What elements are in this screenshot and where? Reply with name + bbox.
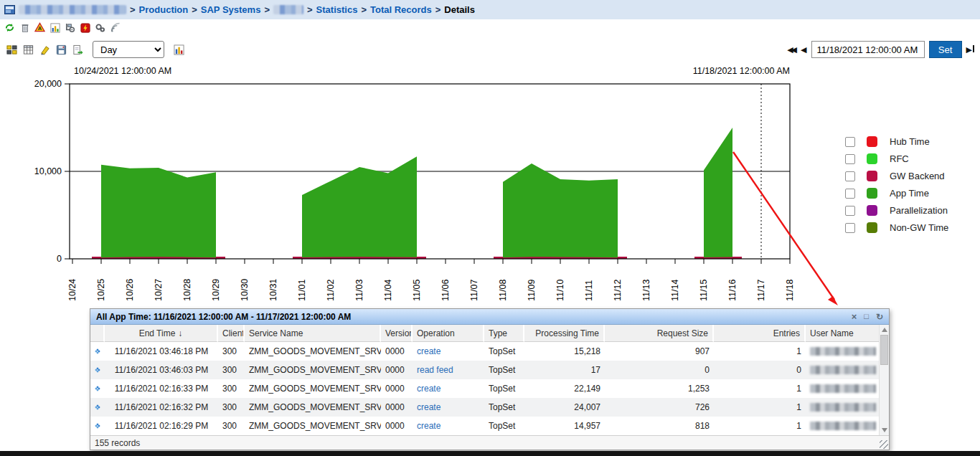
breadcrumb-item-total-records[interactable]: Total Records: [370, 4, 432, 15]
svg-text:10/26: 10/26: [125, 279, 135, 301]
main-toolbar: A: [0, 19, 980, 36]
entries-cell: 1: [714, 417, 806, 435]
col-version[interactable]: Version: [381, 325, 413, 342]
first-page-icon[interactable]: ◀◀: [787, 46, 795, 54]
service-name-cell: ZMM_GOODS_MOVEMENT_SRV: [245, 417, 381, 435]
table-row[interactable]: 11/16/2021 02:16:32 PM 300 ZMM_GOODS_MOV…: [90, 398, 880, 417]
set-button[interactable]: Set: [929, 41, 962, 58]
svg-text:11/01: 11/01: [297, 280, 307, 301]
scroll-up-icon[interactable]: [882, 328, 887, 332]
service-name-cell: ZMM_GOODS_MOVEMENT_SRV: [245, 361, 381, 379]
marker-icon[interactable]: [39, 44, 51, 56]
service-name-cell: ZMM_GOODS_MOVEMENT_SRV: [245, 398, 381, 417]
energy-icon[interactable]: [79, 22, 91, 34]
popup-title-bar[interactable]: All App Time: 11/16/2021 12:00:00 AM - 1…: [90, 309, 889, 325]
save-icon[interactable]: [55, 44, 67, 56]
table-row[interactable]: 11/16/2021 02:16:29 PM 300 ZMM_GOODS_MOV…: [90, 417, 880, 435]
version-cell: 0000: [381, 342, 413, 361]
user-name-redacted: [810, 366, 876, 374]
refresh-icon[interactable]: [4, 22, 16, 34]
legend-label: Parallelization: [890, 205, 948, 216]
breadcrumb-item-statistics[interactable]: Statistics: [316, 4, 358, 15]
operation-link[interactable]: read feed: [417, 365, 453, 375]
layout-icon[interactable]: [6, 44, 18, 56]
legend-checkbox[interactable]: [845, 171, 855, 181]
col-entries[interactable]: Entries: [714, 325, 806, 342]
col-client[interactable]: Client: [218, 325, 245, 342]
tools-icon[interactable]: [64, 22, 76, 34]
vertical-scrollbar[interactable]: [879, 325, 889, 435]
svg-text:10/29: 10/29: [211, 279, 221, 301]
export-icon[interactable]: [72, 44, 84, 56]
interval-select[interactable]: Day: [93, 41, 164, 58]
svg-text:10/24/2021 12:00:00 AM: 10/24/2021 12:00:00 AM: [74, 66, 171, 76]
client-cell: 300: [218, 361, 245, 379]
refresh-window-icon[interactable]: ↻: [876, 313, 883, 321]
chart-icon[interactable]: [49, 22, 61, 34]
col-operation[interactable]: Operation: [413, 325, 484, 342]
delete-icon[interactable]: [19, 22, 31, 34]
table-row[interactable]: 11/16/2021 02:16:33 PM 300 ZMM_GOODS_MOV…: [90, 379, 880, 398]
operation-link[interactable]: create: [417, 384, 440, 394]
col-type[interactable]: Type: [484, 325, 524, 342]
signal-icon[interactable]: [109, 22, 121, 34]
operation-link[interactable]: create: [417, 346, 440, 356]
table-header-row: End Time↓ Client Service Name Version Op…: [90, 325, 880, 342]
navigate-diamond-icon[interactable]: [95, 402, 100, 412]
col-processing-time[interactable]: Processing Time: [524, 325, 605, 342]
end-time-cell: 11/16/2021 02:16:33 PM: [105, 379, 218, 398]
table-row[interactable]: 11/16/2021 03:46:03 PM 300 ZMM_GOODS_MOV…: [90, 361, 880, 379]
close-icon[interactable]: ×: [852, 312, 857, 321]
navigate-diamond-icon[interactable]: [95, 365, 100, 375]
svg-text:11/02: 11/02: [326, 280, 336, 301]
processing-time-cell: 15,218: [524, 342, 605, 361]
legend-checkbox[interactable]: [845, 154, 855, 164]
col-end-time[interactable]: End Time↓: [105, 325, 218, 342]
maximize-icon[interactable]: □: [864, 313, 869, 320]
navigate-diamond-icon[interactable]: [95, 421, 100, 431]
end-time-cell: 11/16/2021 03:46:18 PM: [105, 342, 218, 361]
navigate-diamond-icon[interactable]: [95, 384, 100, 394]
date-input[interactable]: [811, 41, 925, 58]
resize-grip[interactable]: [880, 440, 888, 449]
col-user-name[interactable]: User Name: [806, 325, 880, 342]
gears-icon[interactable]: [94, 22, 106, 34]
operation-link[interactable]: create: [417, 421, 440, 431]
legend-color-chip: [867, 171, 877, 181]
svg-text:11/18: 11/18: [785, 280, 795, 301]
col-service-name[interactable]: Service Name: [245, 325, 381, 342]
breadcrumb-separator: >: [264, 4, 270, 15]
legend-checkbox[interactable]: [845, 223, 855, 233]
end-time-cell: 11/16/2021 02:16:29 PM: [105, 417, 218, 435]
operation-link[interactable]: create: [417, 402, 440, 412]
user-name-redacted: [810, 422, 876, 430]
col-request-size[interactable]: Request Size: [605, 325, 714, 342]
version-cell: 0000: [381, 379, 413, 398]
breadcrumb-item-production[interactable]: Production: [139, 4, 189, 15]
table-icon[interactable]: [22, 44, 34, 56]
breadcrumb-item-sap-systems[interactable]: SAP Systems: [201, 4, 261, 15]
legend-checkbox[interactable]: [845, 206, 855, 216]
scroll-down-icon[interactable]: [882, 428, 887, 432]
bar-chart-icon[interactable]: [173, 44, 185, 56]
client-cell: 300: [218, 417, 245, 435]
scrollbar-thumb[interactable]: [880, 335, 888, 365]
legend-checkbox[interactable]: [845, 137, 855, 147]
breadcrumb-item-redacted-sid[interactable]: [273, 5, 303, 14]
statistics-area-chart[interactable]: 10/24/2021 12:00:00 AM11/18/2021 12:00:0…: [0, 63, 980, 308]
last-page-icon[interactable]: ▶: [966, 45, 974, 54]
request-size-cell: 726: [605, 398, 714, 417]
user-name-redacted: [810, 384, 876, 393]
alert-icon[interactable]: A: [34, 22, 46, 34]
processing-time-cell: 22,149: [524, 379, 605, 398]
table-row[interactable]: 11/16/2021 03:46:18 PM 300 ZMM_GOODS_MOV…: [90, 342, 880, 361]
navigate-diamond-icon[interactable]: [95, 346, 100, 356]
svg-text:A: A: [38, 25, 42, 32]
legend-checkbox[interactable]: [845, 189, 855, 199]
breadcrumb-item-redacted-system[interactable]: [19, 5, 126, 14]
prev-page-icon[interactable]: ◀: [801, 46, 806, 54]
record-count: 155 records: [95, 438, 140, 448]
legend-item: GW Backend: [845, 171, 948, 181]
legend-color-chip: [867, 188, 877, 199]
svg-text:11/03: 11/03: [354, 280, 364, 301]
